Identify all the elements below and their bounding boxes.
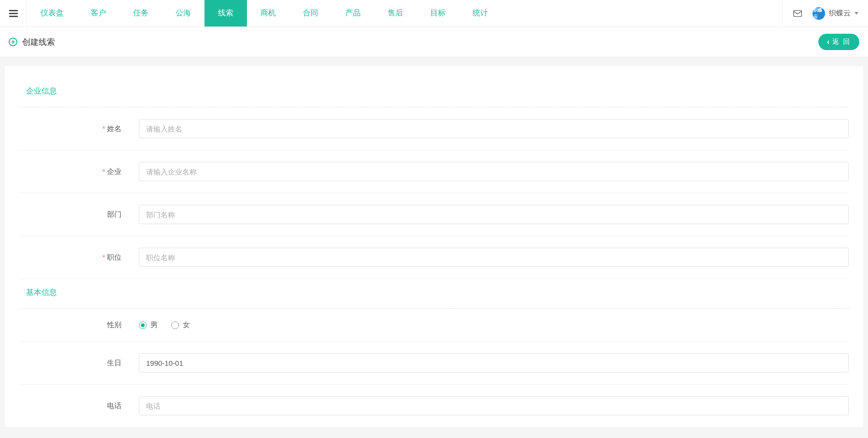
mail-button[interactable] [792, 8, 803, 19]
label-dept: 部门 [19, 210, 139, 219]
back-button-label: 返 回 [832, 38, 851, 46]
form-row-dept: 部门 [19, 193, 849, 236]
label-gender: 性别 [19, 320, 139, 330]
hamburger-icon [8, 8, 19, 19]
input-phone[interactable] [139, 396, 849, 415]
label-position: *职位 [19, 253, 139, 262]
nav-sea[interactable]: 公海 [162, 0, 204, 27]
radio-male[interactable]: 男 [139, 320, 158, 330]
svg-rect-3 [794, 10, 802, 16]
section-title-enterprise: 企业信息 [19, 78, 849, 107]
form-row-phone: 电话 [19, 385, 849, 427]
label-name: *姓名 [19, 124, 139, 133]
input-birthday[interactable] [139, 353, 849, 372]
add-circle-icon: + [9, 38, 17, 46]
page-title: 创建线索 [22, 37, 55, 48]
form-row-company: *企业 [19, 150, 849, 193]
radio-circle-icon [171, 321, 179, 329]
radio-female-label: 女 [183, 320, 190, 330]
label-phone: 电话 [19, 401, 139, 411]
subheader-left: + 创建线索 [9, 37, 55, 48]
nav-task[interactable]: 任务 [120, 0, 162, 27]
header-right: 织蝶云 织蝶云 [782, 0, 868, 27]
chevron-down-icon [854, 12, 858, 14]
nav-goal[interactable]: 目标 [417, 0, 459, 27]
nav-contract[interactable]: 合同 [289, 0, 332, 27]
user-name-label: 织蝶云 [829, 9, 851, 18]
form-content: 企业信息 *姓名 *企业 部门 *职位 基本信息 性别 男 [5, 66, 863, 427]
form-row-name: *姓名 [19, 107, 849, 150]
top-header: 仪表盘 客户 任务 公海 线索 商机 合同 产品 售后 目标 统计 织蝶云 织蝶… [0, 0, 868, 27]
envelope-icon [792, 8, 803, 19]
label-company: *企业 [19, 167, 139, 176]
form-row-birthday: 生日 [19, 342, 849, 385]
form-row-position: *职位 [19, 236, 849, 279]
nav-lead[interactable]: 线索 [204, 0, 247, 27]
radio-circle-icon [139, 321, 147, 329]
chevron-left-icon: ‹ [827, 38, 830, 46]
back-button[interactable]: ‹ 返 回 [818, 34, 859, 50]
section-title-basic: 基本信息 [19, 279, 849, 309]
input-company[interactable] [139, 162, 849, 181]
nav-stats[interactable]: 统计 [459, 0, 502, 27]
user-menu[interactable]: 织蝶云 织蝶云 [813, 7, 858, 20]
form-row-gender: 性别 男 女 [19, 309, 849, 342]
subheader: + 创建线索 ‹ 返 回 [0, 27, 868, 57]
nav-customer[interactable]: 客户 [77, 0, 120, 27]
nav-aftersale[interactable]: 售后 [374, 0, 417, 27]
input-name[interactable] [139, 119, 849, 138]
top-nav: 仪表盘 客户 任务 公海 线索 商机 合同 产品 售后 目标 统计 [27, 0, 782, 27]
nav-opportunity[interactable]: 商机 [247, 0, 289, 27]
label-birthday: 生日 [19, 358, 139, 368]
input-dept[interactable] [139, 205, 849, 224]
radio-female[interactable]: 女 [171, 320, 190, 330]
menu-toggle-button[interactable] [0, 0, 27, 27]
radio-group-gender: 男 女 [139, 320, 190, 330]
nav-product[interactable]: 产品 [332, 0, 374, 27]
input-position[interactable] [139, 248, 849, 267]
nav-dashboard[interactable]: 仪表盘 [27, 0, 77, 27]
radio-male-label: 男 [150, 320, 158, 330]
avatar: 织蝶云 [813, 7, 825, 20]
